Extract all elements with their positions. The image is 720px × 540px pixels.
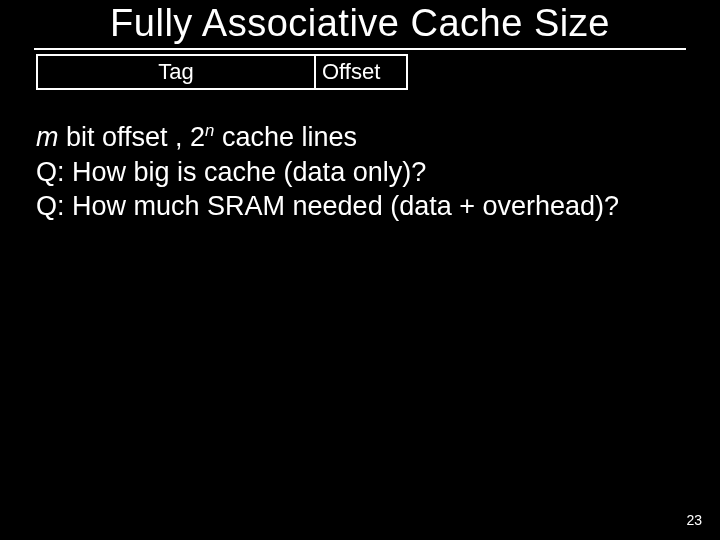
slide: Fully Associative Cache Size Tag Offset … xyxy=(0,0,720,540)
var-n-sup: n xyxy=(205,121,214,140)
address-fields: Tag Offset xyxy=(36,54,408,90)
title-underline xyxy=(34,48,686,50)
body-line-1: m bit offset , 2n cache lines xyxy=(36,120,684,155)
var-m: m xyxy=(36,122,59,152)
offset-field-box: Offset xyxy=(316,54,408,90)
body-line-1-mid: bit offset , 2 xyxy=(59,122,206,152)
page-number: 23 xyxy=(686,512,702,528)
body-line-1-suffix: cache lines xyxy=(214,122,357,152)
body-text: m bit offset , 2n cache lines Q: How big… xyxy=(36,120,684,224)
slide-title: Fully Associative Cache Size xyxy=(110,2,610,45)
title-block: Fully Associative Cache Size xyxy=(0,2,720,45)
body-line-3: Q: How much SRAM needed (data + overhead… xyxy=(36,189,684,224)
tag-field-box: Tag xyxy=(36,54,316,90)
body-line-2: Q: How big is cache (data only)? xyxy=(36,155,684,190)
